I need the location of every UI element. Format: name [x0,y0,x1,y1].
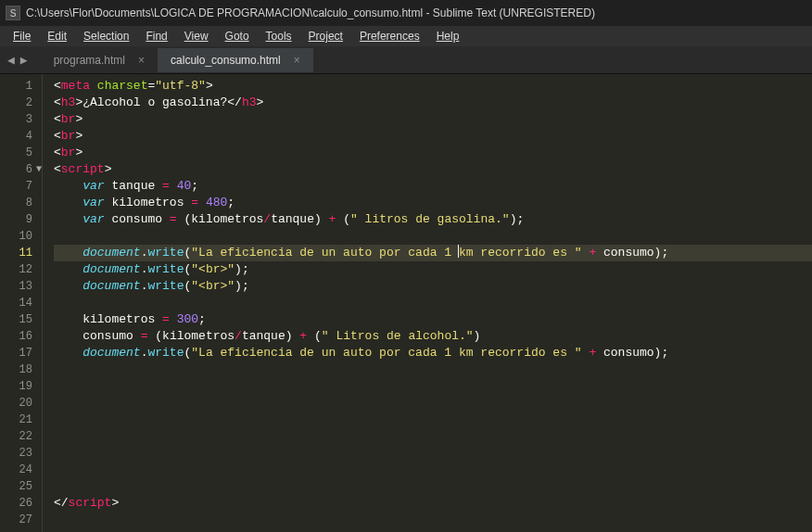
gutter: 1234567891011121314151617181920212223242… [0,74,42,532]
menu-selection[interactable]: Selection [76,28,136,44]
menu-find[interactable]: Find [138,28,174,44]
menu-tools[interactable]: Tools [259,28,299,44]
app-icon: S [6,6,20,20]
tab-bar: ◀ ▶ programa.html × calculo_consumo.html… [0,46,812,74]
nav-back-icon[interactable]: ◀ [7,53,15,68]
menu-project[interactable]: Project [301,28,350,44]
tab-calculo-consumo[interactable]: calculo_consumo.html × [158,48,313,72]
window-title: C:\Users\Flor\Documents\LOGICA DE PROGRA… [26,6,595,19]
titlebar: S C:\Users\Flor\Documents\LOGICA DE PROG… [0,0,812,26]
menu-file[interactable]: File [6,28,38,44]
close-icon[interactable]: × [294,54,300,67]
tab-label: calculo_consumo.html [171,54,281,67]
menubar: File Edit Selection Find View Goto Tools… [0,26,812,46]
nav-forward-icon[interactable]: ▶ [20,53,28,68]
code-area[interactable]: <meta charset="utf-8"> <h3>¿Alcohol o ga… [42,74,812,532]
menu-edit[interactable]: Edit [40,28,74,44]
tab-programa[interactable]: programa.html × [41,48,158,72]
menu-view[interactable]: View [177,28,216,44]
editor[interactable]: 1234567891011121314151617181920212223242… [0,74,812,532]
menu-help[interactable]: Help [429,28,467,44]
menu-preferences[interactable]: Preferences [352,28,427,44]
tab-label: programa.html [54,54,125,67]
fold-icon[interactable]: ▼ [36,164,42,174]
menu-goto[interactable]: Goto [218,28,257,44]
close-icon[interactable]: × [138,54,145,67]
